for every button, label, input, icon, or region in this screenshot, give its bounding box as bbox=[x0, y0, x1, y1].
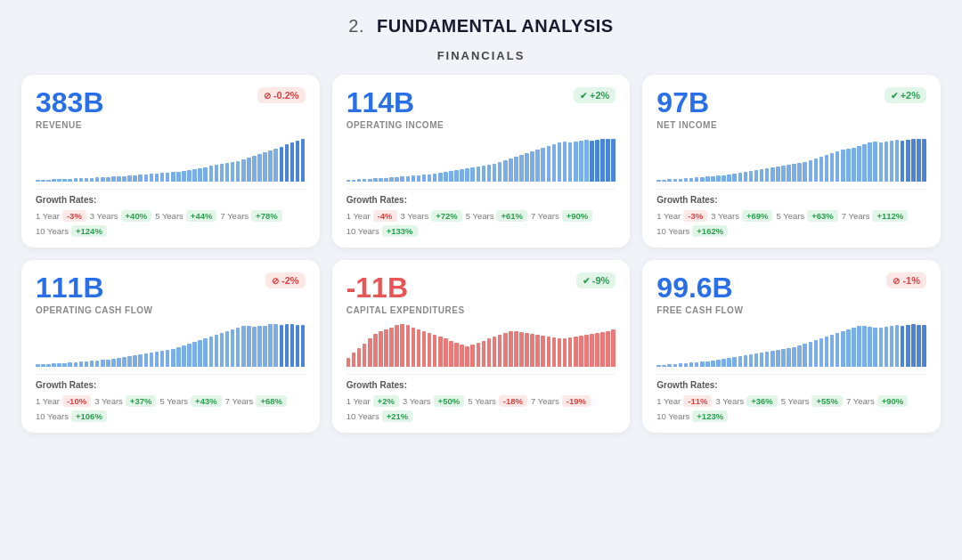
card-header-free-cash-flow: 99.6B⊘-1% bbox=[656, 272, 926, 304]
growth-pill-operating-income-2: 5 Years+61% bbox=[466, 210, 527, 222]
bar-operating-cash-flow-22 bbox=[155, 352, 159, 367]
card-revenue: 383B⊘-0.2%REVENUEGrowth Rates:1 Year-3%3… bbox=[21, 75, 320, 248]
bar-free-cash-flow-33 bbox=[836, 333, 840, 367]
growth-period-operating-cash-flow-4: 10 Years bbox=[36, 411, 69, 421]
bar-operating-cash-flow-8 bbox=[79, 361, 84, 367]
bar-operating-cash-flow-37 bbox=[236, 328, 240, 367]
growth-pills-free-cash-flow: 1 Year-11%3 Years+36%5 Years+55%7 Years+… bbox=[656, 395, 926, 422]
divider-operating-cash-flow bbox=[36, 374, 306, 375]
card-value-net-income: 97B bbox=[656, 87, 709, 118]
growth-pill-operating-income-4: 10 Years+133% bbox=[346, 225, 418, 237]
bar-operating-income-13 bbox=[417, 175, 421, 182]
bar-operating-income-33 bbox=[525, 153, 529, 182]
bar-net-income-12 bbox=[722, 175, 726, 182]
bar-operating-cash-flow-0 bbox=[36, 364, 40, 367]
growth-period-net-income-1: 3 Years bbox=[711, 211, 739, 221]
growth-pill-revenue-1: 3 Years+40% bbox=[90, 210, 151, 222]
bar-operating-income-27 bbox=[493, 164, 497, 182]
bar-net-income-31 bbox=[825, 155, 829, 182]
badge-operating-income: ✔+2% bbox=[574, 87, 616, 103]
bar-net-income-15 bbox=[738, 173, 743, 182]
bar-operating-income-18 bbox=[444, 172, 448, 182]
bar-revenue-38 bbox=[241, 159, 246, 182]
bar-free-cash-flow-36 bbox=[852, 328, 856, 367]
bar-operating-cash-flow-20 bbox=[144, 353, 149, 367]
card-label-net-income: NET INCOME bbox=[656, 120, 926, 130]
bar-operating-cash-flow-47 bbox=[290, 324, 295, 367]
divider-free-cash-flow bbox=[656, 374, 926, 375]
bar-capital-expenditures-5 bbox=[373, 334, 378, 367]
bar-net-income-45 bbox=[901, 141, 905, 182]
page: 2. FUNDAMENTAL ANALYSIS FINANCIALS 383B⊘… bbox=[0, 0, 962, 560]
bar-net-income-4 bbox=[679, 179, 683, 182]
bar-free-cash-flow-25 bbox=[792, 347, 796, 367]
bar-net-income-20 bbox=[765, 168, 770, 182]
growth-pill-capital-expenditures-4: 10 Years+21% bbox=[346, 410, 413, 422]
growth-title-revenue: Growth Rates: bbox=[36, 195, 306, 205]
growth-section-free-cash-flow: Growth Rates:1 Year-11%3 Years+36%5 Year… bbox=[656, 380, 926, 422]
growth-val-net-income-4: +162% bbox=[692, 225, 728, 237]
bar-free-cash-flow-44 bbox=[895, 325, 900, 367]
bar-capital-expenditures-16 bbox=[433, 335, 437, 367]
bar-capital-expenditures-36 bbox=[541, 336, 545, 367]
bar-capital-expenditures-40 bbox=[563, 338, 567, 367]
bar-free-cash-flow-9 bbox=[705, 361, 710, 367]
growth-period-net-income-4: 10 Years bbox=[656, 226, 689, 236]
bar-capital-expenditures-30 bbox=[509, 331, 513, 368]
bar-operating-cash-flow-29 bbox=[192, 342, 197, 367]
bar-net-income-16 bbox=[744, 172, 748, 182]
bar-net-income-13 bbox=[727, 174, 731, 182]
growth-period-revenue-0: 1 Year bbox=[36, 211, 60, 221]
bar-net-income-36 bbox=[852, 148, 856, 182]
bar-free-cash-flow-40 bbox=[873, 328, 877, 367]
badge-net-income: ✔+2% bbox=[885, 87, 926, 103]
growth-section-revenue: Growth Rates:1 Year-3%3 Years+40%5 Years… bbox=[36, 195, 306, 237]
card-net-income: 97B✔+2%NET INCOMEGrowth Rates:1 Year-3%3… bbox=[642, 75, 941, 248]
bar-capital-expenditures-28 bbox=[498, 335, 502, 367]
bar-capital-expenditures-13 bbox=[417, 329, 421, 368]
bar-free-cash-flow-38 bbox=[862, 326, 867, 367]
bar-capital-expenditures-26 bbox=[487, 338, 492, 367]
growth-pill-operating-cash-flow-2: 5 Years+43% bbox=[159, 395, 221, 407]
bar-free-cash-flow-49 bbox=[922, 325, 926, 367]
bar-capital-expenditures-4 bbox=[368, 338, 372, 367]
growth-pill-capital-expenditures-1: 3 Years+50% bbox=[403, 395, 464, 407]
bar-operating-cash-flow-17 bbox=[127, 356, 132, 367]
growth-pill-operating-income-0: 1 Year-4% bbox=[346, 210, 397, 222]
bar-operating-cash-flow-10 bbox=[90, 361, 94, 367]
bar-net-income-39 bbox=[868, 142, 872, 182]
bar-capital-expenditures-46 bbox=[595, 333, 599, 367]
badge-text-capital-expenditures: -9% bbox=[592, 275, 610, 286]
growth-title-operating-income: Growth Rates: bbox=[346, 195, 616, 205]
growth-val-operating-income-0: -4% bbox=[373, 210, 397, 222]
bar-revenue-48 bbox=[296, 141, 300, 182]
bar-net-income-14 bbox=[732, 174, 737, 182]
bar-revenue-2 bbox=[46, 180, 51, 182]
card-header-operating-cash-flow: 111B⊘-2% bbox=[36, 272, 306, 304]
bar-net-income-22 bbox=[776, 166, 780, 182]
growth-pill-revenue-4: 10 Years+124% bbox=[36, 225, 107, 237]
card-header-net-income: 97B✔+2% bbox=[656, 87, 926, 118]
growth-title-net-income: Growth Rates: bbox=[656, 195, 926, 205]
bar-operating-income-45 bbox=[590, 141, 594, 182]
bar-operating-cash-flow-11 bbox=[95, 361, 100, 367]
bar-capital-expenditures-8 bbox=[389, 328, 394, 368]
bar-operating-cash-flow-7 bbox=[74, 362, 78, 367]
bar-operating-income-7 bbox=[384, 178, 388, 182]
bar-free-cash-flow-17 bbox=[749, 354, 754, 367]
bar-capital-expenditures-18 bbox=[444, 338, 448, 367]
bar-free-cash-flow-46 bbox=[906, 325, 910, 367]
bar-free-cash-flow-23 bbox=[781, 349, 786, 367]
badge-icon-capital-expenditures: ✔ bbox=[583, 276, 590, 286]
bar-revenue-42 bbox=[263, 152, 267, 182]
chart-revenue bbox=[36, 135, 306, 182]
bar-capital-expenditures-34 bbox=[530, 334, 534, 367]
growth-val-net-income-0: -3% bbox=[683, 210, 707, 222]
badge-text-revenue: -0.2% bbox=[273, 90, 299, 101]
bar-operating-income-21 bbox=[460, 169, 464, 182]
bar-capital-expenditures-38 bbox=[552, 337, 557, 367]
bar-operating-income-3 bbox=[363, 179, 367, 182]
growth-val-revenue-1: +40% bbox=[121, 210, 152, 222]
growth-period-operating-cash-flow-3: 7 Years bbox=[225, 396, 254, 406]
growth-period-net-income-3: 7 Years bbox=[842, 211, 870, 221]
